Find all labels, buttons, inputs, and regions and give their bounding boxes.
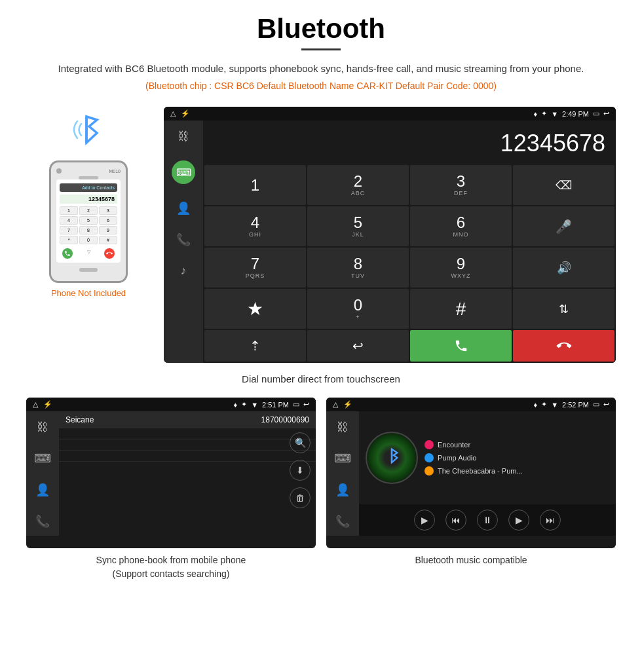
description-text: Integrated with BC6 Bluetooth module, su… [26,61,616,77]
dialpad-icon-2[interactable]: ⌨ [30,447,55,470]
key-0[interactable]: 0+ [307,289,409,329]
key-star[interactable]: ★ [204,289,306,329]
key-3[interactable]: 3DEF [410,165,512,205]
delete-btn[interactable]: 🗑 [290,487,311,508]
key-call-red[interactable] [513,330,614,362]
location-icon: ♦ [534,110,538,118]
phone-number-display: 12345678 [60,195,117,204]
contact-number: 18700000690 [261,415,309,424]
contact-name: Seicane [66,415,94,424]
music-sidebar: ⛓ ⌨ 👤 📞 ♪ [326,411,359,536]
link-icon[interactable]: ⛓ [174,126,193,147]
usb-icon-2: ⚡ [43,400,52,409]
key-mute[interactable]: 🎤 [513,206,614,246]
dial-caption: Dial number direct from touchscreen [26,373,616,384]
music-status-bar: △ ⚡ ♦ ✦ ▼ 2:52 PM ▭ ↩ [326,398,616,411]
location-icon-2: ♦ [234,401,238,409]
pause-btn[interactable]: ⏸ [477,510,498,531]
bt-status-icon: ✦ [541,109,547,118]
contacts-icon-2[interactable]: 👤 [31,479,54,501]
bluetooth-icon-wrap [66,107,111,155]
play-btn[interactable]: ▶ [414,510,435,531]
next-btn[interactable]: ⏭ [540,510,561,531]
bluetooth-signal-icon [66,107,111,153]
contacts-actions: 🔍 ⬇ 🗑 [290,432,311,508]
signal-icon-3: ▼ [551,401,558,409]
key-transfer[interactable]: ⇅ [513,289,614,329]
dialpad-icon[interactable]: ⌨ [168,157,199,188]
music-icon-3[interactable]: ♪ [336,542,350,548]
dialer-screen: △ ⚡ ♦ ✦ ▼ 2:49 PM ▭ ↩ ⛓ ⌨ 👤 📞 ♪ [164,107,616,363]
dialpad-icon-3[interactable]: ⌨ [330,447,355,470]
phone-not-included-label: Phone Not Included [51,288,126,298]
track-2: Pump Audio [425,453,609,462]
key-5[interactable]: 5JKL [307,206,409,246]
dialer-sidebar: ⛓ ⌨ 👤 📞 ♪ [164,121,203,363]
track-1: Encounter [425,440,609,449]
key-8[interactable]: 8TUV [307,248,409,288]
key-7[interactable]: 7PQRS [204,248,306,288]
download-btn[interactable]: ⬇ [290,460,311,481]
home-icon-3: △ [333,400,338,409]
contacts-sidebar: ⛓ ⌨ 👤 📞 ♪ [26,411,59,536]
contact-row[interactable] [59,439,316,451]
phone-call-btn [62,248,73,259]
key-2[interactable]: 2ABC [307,165,409,205]
key-loop[interactable]: ↩ [307,330,409,362]
contacts-time: 2:51 PM [262,401,289,409]
music-screen: △ ⚡ ♦ ✦ ▼ 2:52 PM ▭ ↩ ⛓ ⌨ 👤 📞 [326,398,616,548]
contacts-card: △ ⚡ ♦ ✦ ▼ 2:51 PM ▭ ↩ ⛓ ⌨ 👤 📞 [26,398,316,581]
key-call-green[interactable] [410,330,512,362]
home-icon: △ [170,109,176,118]
key-arrow-up[interactable]: ⇡ [204,330,306,362]
playlist: Encounter Pump Audio The Cheebacabra - P… [425,440,609,476]
home-icon-2: △ [33,400,38,409]
link-icon-2[interactable]: ⛓ [33,417,52,438]
page-title: Bluetooth [26,13,616,45]
key-volume[interactable]: 🔊 [513,248,614,288]
search-btn[interactable]: 🔍 [290,432,311,453]
music-time: 2:52 PM [562,401,589,409]
music-icon[interactable]: ♪ [177,260,191,282]
battery-icon-3: ▭ [593,400,599,409]
location-icon-3: ♦ [534,401,538,409]
track-2-dot [425,453,434,462]
key-9[interactable]: 9WXYZ [410,248,512,288]
time-display: 2:49 PM [562,110,589,118]
back-icon-3: ↩ [603,400,609,409]
contact-row[interactable] [59,428,316,439]
contacts-icon[interactable]: 👤 [172,197,195,219]
prev-btn[interactable]: ⏮ [445,510,466,531]
bt-icon-3: ✦ [541,400,547,409]
track-3-dot [425,466,434,476]
call-log-icon-3[interactable]: 📞 [331,510,354,532]
forward-btn[interactable]: ▶ [508,510,529,531]
vinyl-record [366,432,418,484]
music-caption: Bluetooth music compatible [326,553,616,567]
phone-home-btn [79,268,98,272]
call-log-icon[interactable]: 📞 [172,229,195,251]
contacts-icon-3[interactable]: 👤 [331,479,354,501]
phone-camera [56,168,62,174]
phone-end-btn [104,248,115,259]
signal-icon: ▼ [551,110,558,118]
usb-icon-3: ⚡ [343,400,352,409]
call-log-icon-2[interactable]: 📞 [31,510,54,532]
key-backspace[interactable]: ⌫ [513,165,614,205]
key-6[interactable]: 6MNO [410,206,512,246]
music-icon-2[interactable]: ♪ [36,542,50,548]
bt-icon-2: ✦ [241,400,247,409]
phone-keypad: 1 2 3 4 5 6 7 8 9 * 0 # [60,206,117,244]
title-divider [301,48,341,50]
track-3: The Cheebacabra - Pum... [425,466,609,476]
key-hash[interactable]: # [410,289,512,329]
key-4[interactable]: 4GHI [204,206,306,246]
contact-row[interactable] [59,451,316,462]
signal-icon-2: ▼ [251,401,258,409]
specs-text: (Bluetooth chip : CSR BC6 Default Blueto… [26,81,616,91]
phone-device: M010 Add to Contacts 12345678 1 2 3 4 5 … [49,160,128,283]
key-1[interactable]: 1 [204,165,306,205]
dialer-number-display: 12345678 [203,121,616,164]
link-icon-3[interactable]: ⛓ [333,417,352,438]
keypad-grid: 1 2ABC 3DEF ⌫ 4GHI 5JKL 6MNO 🎤 7PQRS 8TU… [203,164,616,363]
